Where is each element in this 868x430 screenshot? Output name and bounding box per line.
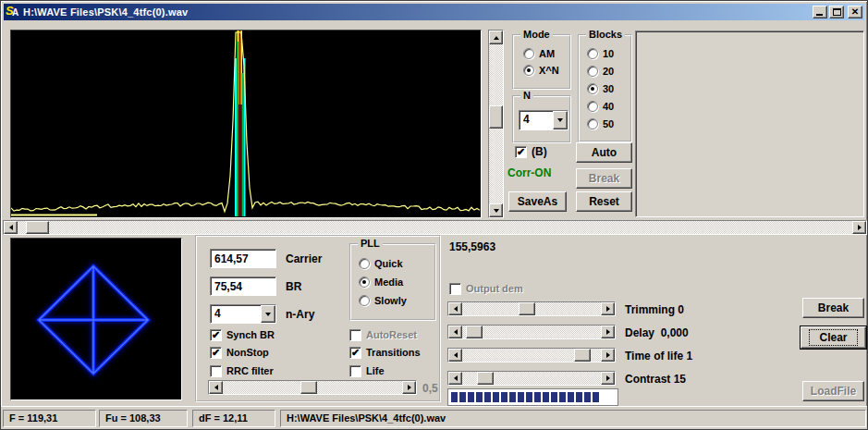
b-checkbox[interactable]: ✔ (B) [515, 145, 547, 158]
spectrum-display [10, 30, 482, 218]
slider-left-button[interactable] [209, 381, 223, 394]
carrier-input[interactable]: 614,57 [210, 249, 276, 268]
arrow-right-icon [858, 225, 862, 230]
nonstop-checkbox[interactable]: ✔ NonStop [210, 346, 269, 359]
b-checkbox-box[interactable]: ✔ [515, 146, 527, 158]
saveas-button[interactable]: SaveAs [508, 191, 567, 212]
nary-dropdown[interactable]: 4 [210, 304, 276, 324]
radio-am-circle[interactable] [523, 48, 534, 59]
n-group-label: N [520, 90, 533, 102]
slider-thumb[interactable] [574, 349, 591, 362]
synch-br-checkbox[interactable]: ✔ Synch BR [210, 328, 275, 341]
checkbox-box[interactable]: ✔ [349, 347, 361, 359]
slider-left-button[interactable] [448, 302, 462, 315]
slider-right-button[interactable] [601, 302, 615, 315]
empty-panel [635, 31, 864, 217]
transitions-checkbox[interactable]: ✔ Transitions [349, 346, 421, 359]
spectrum-horizontal-scrollbar[interactable] [3, 220, 867, 235]
radio-am[interactable]: AM [523, 47, 555, 60]
arrow-left-icon [9, 225, 13, 230]
radio-media[interactable]: Media [359, 276, 403, 289]
slider-right-button[interactable] [601, 326, 615, 338]
slider-thumb[interactable] [300, 381, 317, 394]
title-bar[interactable]: S A H:\WAVE Files\PSK\4_4tfc(0).wav ✕ [4, 4, 864, 20]
constellation-core [39, 266, 148, 374]
mode-group-label: Mode [520, 29, 553, 41]
scroll-right-button[interactable] [852, 221, 866, 234]
radio-quick[interactable]: Quick [359, 257, 403, 270]
slider-right-button[interactable] [601, 372, 615, 385]
radio-circle[interactable] [359, 258, 370, 269]
progress-segment [509, 392, 516, 402]
maximize-button[interactable] [829, 6, 844, 18]
close-button[interactable]: ✕ [848, 6, 862, 18]
slider-left-button[interactable] [448, 349, 462, 362]
radio-circle[interactable] [587, 101, 598, 112]
clear-button[interactable]: Clear [801, 326, 866, 349]
slider-right-button[interactable] [601, 349, 615, 362]
auto-button[interactable]: Auto [576, 142, 632, 163]
radio-circle[interactable] [587, 83, 598, 94]
checkbox-box[interactable]: ✔ [210, 347, 222, 359]
slider-thumb[interactable] [466, 326, 483, 338]
radio-circle[interactable] [359, 295, 370, 306]
checkbox-box[interactable]: ✔ [210, 329, 222, 341]
rolloff-slider[interactable] [208, 380, 417, 395]
scroll-down-button[interactable] [489, 203, 503, 217]
contrast-slider[interactable] [447, 371, 616, 386]
checkbox-label: AutoReset [366, 329, 417, 340]
radio-blocks-30[interactable]: 30 [587, 82, 614, 95]
radio-am-label: AM [539, 48, 555, 59]
freq-readout: 155,5963 [449, 240, 495, 253]
radio-xn-circle[interactable] [523, 65, 534, 76]
dropdown-button[interactable] [261, 305, 275, 323]
checkbox-label: Transitions [366, 347, 421, 358]
blocks-group-label: Blocks [586, 29, 625, 41]
radio-blocks-50[interactable]: 50 [587, 117, 614, 130]
slider-left-button[interactable] [448, 372, 462, 385]
n-dropdown[interactable]: 4 [519, 110, 568, 130]
arrow-up-icon [494, 36, 499, 40]
life-checkbox[interactable]: ✔ Life [349, 364, 385, 377]
radio-circle[interactable] [587, 66, 598, 77]
slider-right-button[interactable] [402, 381, 416, 394]
progress-segment [584, 392, 591, 402]
arrow-left-icon [214, 385, 218, 390]
radio-blocks-10[interactable]: 10 [587, 47, 614, 60]
radio-blocks-20[interactable]: 20 [587, 65, 614, 78]
trimming-slider[interactable] [447, 301, 616, 316]
progress-segment [493, 392, 499, 402]
slider-thumb[interactable] [477, 372, 494, 385]
radio-xn[interactable]: X^N [523, 64, 559, 77]
radio-label: 20 [603, 66, 614, 77]
chevron-down-icon [557, 118, 563, 122]
time-of-life-slider[interactable] [447, 348, 616, 362]
scroll-up-button[interactable] [489, 31, 503, 44]
scroll-left-button[interactable] [4, 221, 18, 234]
checkbox-label: Output dem [466, 283, 523, 294]
checkbox-box[interactable]: ✔ [210, 365, 222, 377]
radio-blocks-40[interactable]: 40 [587, 100, 614, 113]
rrc-filter-checkbox[interactable]: ✔ RRC filter [210, 364, 274, 377]
radio-slowly[interactable]: Slowly [359, 294, 407, 307]
slider-thumb[interactable] [519, 302, 535, 315]
break-button[interactable]: Break [802, 298, 864, 318]
scrollbar-thumb[interactable] [26, 221, 49, 234]
radio-circle[interactable] [587, 48, 598, 59]
reset-button[interactable]: Reset [576, 191, 632, 212]
slider-left-button[interactable] [448, 326, 462, 338]
scrollbar-thumb[interactable] [489, 105, 503, 129]
nary-dropdown-value: 4 [211, 305, 261, 323]
radio-circle[interactable] [587, 118, 598, 129]
progress-segment [501, 392, 507, 402]
break-top-button: Break [576, 168, 632, 189]
spectrum-vertical-scrollbar[interactable] [488, 30, 504, 218]
radio-label: 10 [603, 48, 614, 59]
dropdown-button[interactable] [553, 111, 568, 129]
app-icon-a: A [12, 7, 18, 18]
delay-slider[interactable] [447, 325, 616, 339]
radio-circle[interactable] [359, 276, 370, 288]
checkbox-box[interactable]: ✔ [349, 365, 361, 377]
br-input[interactable]: 75,54 [210, 276, 276, 296]
minimize-button[interactable] [813, 6, 827, 18]
